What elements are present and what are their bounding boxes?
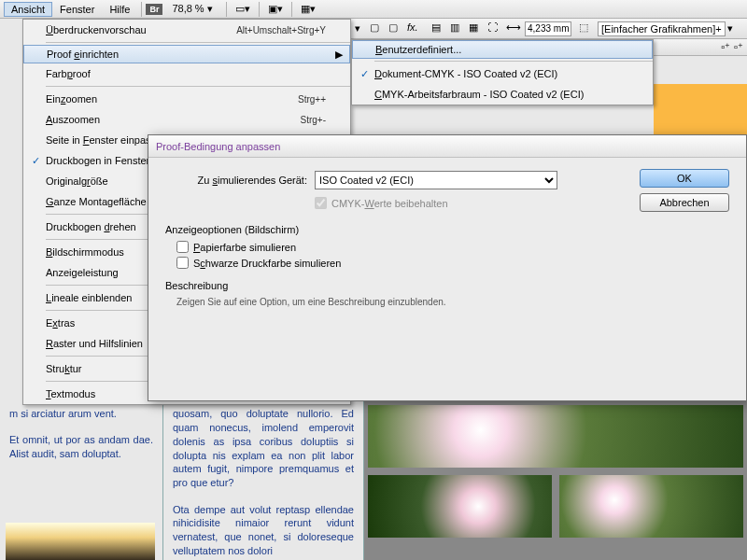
proof-einrichten-submenu: Benutzerdefiniert...✓Dokument-CMYK - ISO… [351,39,654,105]
cancel-button[interactable]: Abbrechen [640,193,729,212]
screen-mode-icon[interactable]: ▭▾ [233,2,253,17]
menu-hilfe[interactable]: Hilfe [102,2,137,17]
keep-cmyk-label: CMYK-Werte beibehalten [331,198,448,209]
menu-item[interactable]: EinzoomenStrg++ [23,89,350,109]
fx-icon[interactable]: fx. [407,21,424,36]
description-text: Zeigen Sie auf eine Option, um eine Besc… [165,297,729,307]
dialog-title: Proof-Bedingung anpassen [156,141,280,152]
menu-ansicht[interactable]: Ansicht [4,2,52,17]
menubar: Ansicht Fenster Hilfe Br 78,8 % ▾ ▭▾ ▣▾ … [0,0,747,19]
tool-icon-1[interactable]: ▢ [370,21,387,36]
submenu-item[interactable]: Benutzerdefiniert... [352,40,653,59]
menu-item[interactable]: Proof einrichten▶ [23,45,350,63]
submenu-item[interactable]: CMYK-Arbeitsfarbraum - ISO Coated v2 (EC… [352,84,653,105]
paper-checkbox[interactable] [176,241,189,253]
black-checkbox[interactable] [176,257,189,269]
bridge-icon[interactable]: Br [146,4,162,15]
black-label: Schwarze Druckfarbe simulieren [193,258,341,269]
small-icon-1[interactable]: ▫⁺ [721,41,730,53]
menu-item[interactable]: ÜberdruckenvorschauAlt+Umschalt+Strg+Y [23,20,350,40]
proof-dialog: Proof-Bedingung anpassen OK Abbrechen Zu… [148,134,747,401]
image-area [364,401,747,560]
menu-item[interactable]: Farbproof [23,63,350,84]
text-column-2: quosam, quo doluptate nullorio. Ed quam … [163,401,364,560]
document-background [654,84,747,134]
ok-button[interactable]: OK [640,169,729,188]
dropdown-arrow-icon[interactable]: ▾ [727,22,733,35]
image-placeholder [368,405,743,468]
menu-item[interactable]: AuszoomenStrg+- [23,109,350,130]
align-icon-2[interactable]: ▥ [450,21,467,36]
crop-icon[interactable]: ⛶ [487,21,504,36]
paper-label: Papierfarbe simulieren [193,242,296,253]
secondary-toolbar: ▫⁺ ▫⁺ [654,39,747,56]
measure-input[interactable] [525,21,571,36]
arrange-icon[interactable]: ▦▾ [298,2,318,17]
control-toolbar: ▾ ▢ ▢ fx. ▤ ▥ ▦ ⛶ ⟷ ⬚ [Einfacher Grafikr… [351,19,747,39]
image-placeholder [6,523,155,560]
zoom-level[interactable]: 78,8 % ▾ [162,3,221,15]
dropdown-arrow-icon[interactable]: ▾ [355,22,360,35]
description-group-label: Beschreibung [165,280,729,291]
object-style-select[interactable]: [Einfacher Grafikrahmen]+ [598,21,726,36]
menu-fenster[interactable]: Fenster [52,2,102,17]
measure-icon: ⟷ [506,21,523,36]
align-icon-3[interactable]: ▦ [469,21,486,36]
submenu-item[interactable]: ✓Dokument-CMYK - ISO Coated v2 (ECI) [352,63,653,84]
align-icon-1[interactable]: ▤ [431,21,448,36]
style-icon[interactable]: ⬚ [579,21,596,36]
view-options-icon[interactable]: ▣▾ [265,2,286,17]
keep-cmyk-checkbox [315,197,327,209]
display-options-group-label: Anzeigeoptionen (Bildschirm) [165,224,729,235]
device-label: Zu simulierendes Gerät: [165,175,315,186]
dialog-titlebar[interactable]: Proof-Bedingung anpassen [148,135,746,158]
small-icon-2[interactable]: ▫⁺ [734,41,743,53]
image-placeholder [368,475,552,538]
tool-icon-2[interactable]: ▢ [388,21,405,36]
image-placeholder [559,475,743,538]
device-select[interactable]: ISO Coated v2 (ECI) [315,171,557,189]
